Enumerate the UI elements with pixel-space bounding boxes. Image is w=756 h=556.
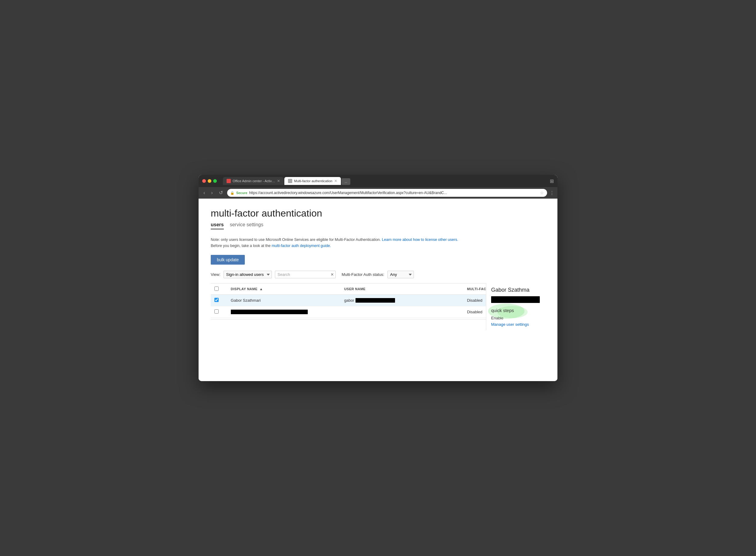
row1-check-cell: [211, 295, 227, 306]
note-text-main: Note: only users licensed to use Microso…: [211, 238, 381, 242]
tab-users[interactable]: users: [211, 222, 224, 229]
view-select[interactable]: Sign-in allowed users Sign-in blocked us…: [223, 271, 272, 278]
view-label: View:: [211, 272, 220, 277]
page-title: multi-factor authentication: [211, 208, 545, 219]
row1-username-redacted: [356, 298, 395, 303]
bulk-update-button[interactable]: bulk update: [211, 255, 245, 265]
deployment-guide-link[interactable]: multi-factor auth deployment guide.: [272, 244, 331, 248]
sort-up-icon: ▲: [259, 287, 263, 291]
row2-checkbox[interactable]: [214, 309, 219, 314]
tab-mfa[interactable]: Multi-factor authentication ✕: [284, 177, 341, 185]
row2-check-cell: [211, 306, 227, 318]
tab-favicon-mfa: [288, 179, 292, 183]
page-tabs: users service settings: [211, 222, 545, 229]
learn-more-link[interactable]: Learn more about how to license other us…: [382, 238, 458, 242]
tab-mfa-label: Multi-factor authentication: [294, 179, 332, 183]
mfa-status-label: Multi-Factor Auth status:: [342, 272, 384, 277]
search-clear-icon[interactable]: ✕: [330, 272, 334, 277]
forward-button[interactable]: ›: [209, 189, 214, 197]
row2-display-name: [227, 306, 340, 318]
detail-email-redacted: [491, 296, 540, 303]
minimize-button[interactable]: [208, 179, 211, 183]
search-container: ✕: [275, 271, 336, 278]
row1-display-name-text: Gabor Szathmari: [231, 298, 261, 303]
url-display: https://account.activedirectory.windowsa…: [249, 191, 447, 195]
quick-steps-label: quick steps: [491, 308, 514, 313]
col-header-username: USER NAME: [340, 283, 463, 295]
row1-username-visible: gabor: [344, 298, 354, 303]
row1-display-name: Gabor Szathmari: [227, 295, 340, 306]
manage-user-settings-link[interactable]: Manage user settings: [491, 322, 540, 327]
extra-tab[interactable]: ...: [341, 178, 350, 185]
lock-icon: 🔒: [230, 191, 235, 195]
users-table-wrapper: DISPLAY NAME ▲ USER NAME MULTI-FACTOR AU…: [211, 283, 545, 319]
secure-label: Secure: [236, 191, 248, 195]
select-all-checkbox[interactable]: [214, 286, 219, 291]
page-content: multi-factor authentication users servic…: [199, 199, 557, 381]
note-line2-prefix: Before you begin, take a look at the: [211, 244, 271, 248]
mfa-status-select[interactable]: Any Enabled Disabled Enforced: [388, 271, 414, 278]
username-label: USER NAME: [344, 287, 366, 291]
bookmark-icon[interactable]: ☆: [540, 190, 544, 195]
close-button[interactable]: [202, 179, 206, 183]
search-input[interactable]: [275, 271, 336, 278]
browser-toolbar: ‹ › ↺ 🔒 Secure https://account.activedir…: [199, 187, 557, 199]
refresh-button[interactable]: ↺: [217, 189, 225, 197]
row1-username: gabor: [340, 295, 463, 306]
traffic-lights: [202, 179, 217, 183]
quick-steps-container: quick steps: [491, 308, 540, 313]
browser-menu-icon[interactable]: ⋮: [549, 190, 554, 196]
tab-office-label: Office Admin center - Active u: [232, 179, 275, 183]
tab-service-settings[interactable]: service settings: [230, 222, 263, 229]
detail-panel: Gabor Szathma quick steps Enable Manage …: [486, 283, 545, 330]
row2-display-name-redacted: [231, 310, 308, 314]
tab-favicon-office: [226, 179, 231, 183]
detail-user-name: Gabor Szathma: [491, 287, 540, 293]
col-header-display-name[interactable]: DISPLAY NAME ▲: [227, 283, 340, 295]
row1-checkbox[interactable]: [214, 298, 219, 302]
enable-link[interactable]: Enable: [491, 316, 540, 320]
note-paragraph: Note: only users licensed to use Microso…: [211, 237, 545, 249]
tab-office-admin[interactable]: Office Admin center - Active u ✕: [223, 177, 284, 185]
maximize-button[interactable]: [213, 179, 217, 183]
display-name-sort-label: DISPLAY NAME: [231, 287, 258, 291]
tab-mfa-close[interactable]: ✕: [334, 179, 337, 183]
back-button[interactable]: ‹: [202, 189, 207, 197]
address-bar[interactable]: 🔒 Secure https://account.activedirectory…: [227, 189, 547, 197]
tabs-bar: Office Admin center - Active u ✕ Multi-f…: [223, 177, 350, 185]
browser-window: Office Admin center - Active u ✕ Multi-f…: [199, 175, 557, 381]
tab-office-close[interactable]: ✕: [277, 179, 280, 183]
profile-icon[interactable]: ⊞: [550, 178, 554, 184]
col-header-check: [211, 283, 227, 295]
filter-row: View: Sign-in allowed users Sign-in bloc…: [211, 271, 545, 278]
row2-username: [340, 306, 463, 318]
browser-titlebar: Office Admin center - Active u ✕ Multi-f…: [199, 175, 557, 187]
